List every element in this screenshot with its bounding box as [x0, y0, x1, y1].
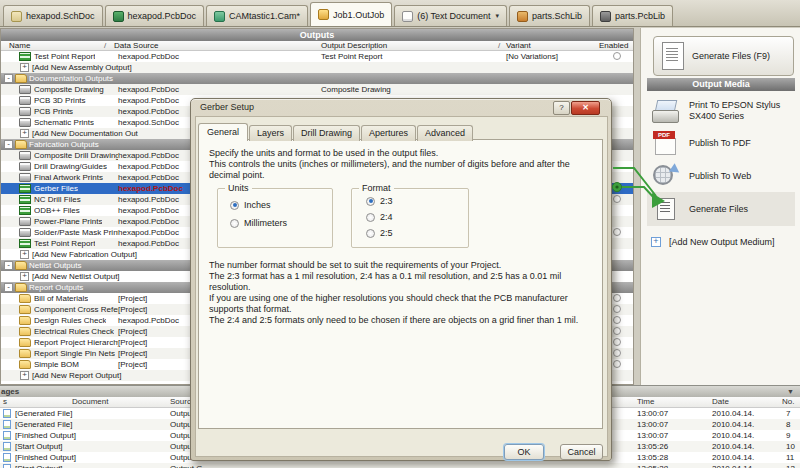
enabled-circle[interactable] [613, 327, 621, 335]
output-row[interactable]: Composite Drawinghexapod.PcbDocComposite… [1, 84, 633, 95]
green-connector [595, 150, 675, 220]
message-no: 8 [786, 419, 790, 430]
radio-option-millimeters[interactable]: Millimeters [230, 218, 287, 228]
col-description[interactable]: Output Description [321, 41, 387, 50]
tab-label: hexapod.PcbDoc [128, 11, 197, 21]
output-name: Report Project Hierarchy [34, 337, 118, 348]
enabled-circle[interactable] [613, 294, 621, 302]
enabled-circle[interactable] [613, 305, 621, 313]
radio-icon[interactable] [366, 229, 375, 238]
col-data-source[interactable]: Data Source [114, 41, 158, 50]
radio-option-2-3[interactable]: 2:3 [366, 196, 393, 206]
expand-icon[interactable]: + [20, 272, 29, 281]
printer-icon [19, 151, 31, 160]
folder-icon [19, 338, 31, 347]
folder-icon [19, 316, 31, 325]
data-source: [Project] [118, 337, 147, 348]
expand-icon[interactable]: + [20, 63, 29, 72]
dialog-tab-advanced[interactable]: Advanced [417, 125, 473, 141]
folder-icon [15, 261, 27, 270]
enabled-circle[interactable] [613, 52, 621, 60]
message-date: 2010.04.14. [712, 430, 754, 441]
radio-icon[interactable] [366, 213, 375, 222]
group-row[interactable]: -Documentation Outputs [1, 73, 633, 84]
message-text: [Finished Output] [15, 430, 76, 441]
tab-hexapod-schdoc[interactable]: hexapod.SchDoc [3, 5, 103, 26]
output-name: Power-Plane Prints [34, 216, 102, 227]
pcblib-icon [600, 11, 611, 22]
tab-hexapod-pcbdoc[interactable]: hexapod.PcbDoc [105, 5, 205, 26]
dialog-titlebar[interactable]: Gerber Setup ? ✕ [191, 99, 611, 116]
dialog-tab-drill-drawing[interactable]: Drill Drawing [293, 125, 360, 141]
col-first[interactable]: s [3, 397, 7, 407]
radio-icon[interactable] [230, 219, 239, 228]
radio-option-inches[interactable]: Inches [230, 200, 271, 210]
tab-parts-schlib[interactable]: parts.SchLib [509, 5, 590, 26]
tab-6-text-document[interactable]: (6) Text Document▾ [394, 5, 507, 26]
folder-icon [19, 349, 31, 358]
message-row[interactable]: [Start Output]Output G13:05:282010.04.14… [0, 463, 800, 468]
enabled-circle[interactable] [613, 228, 621, 236]
printer-icon [19, 85, 31, 94]
radio-option-2-5[interactable]: 2:5 [366, 228, 393, 238]
enabled-circle[interactable] [613, 338, 621, 346]
collapse-icon[interactable]: - [4, 261, 13, 270]
col-document[interactable]: Document [72, 397, 108, 407]
expand-icon[interactable]: + [20, 250, 29, 259]
message-date: 2010.04.14. [712, 419, 754, 430]
col-date[interactable]: Date [712, 397, 729, 407]
ok-button[interactable]: OK [504, 444, 544, 460]
tab-camtastic1-cam[interactable]: CAMtastic1.Cam* [206, 5, 308, 26]
col-name[interactable]: Name [9, 41, 30, 50]
enabled-circle[interactable] [613, 360, 621, 368]
col-no[interactable]: No. [782, 397, 794, 407]
folder-icon [19, 327, 31, 336]
intro-line: This controls the units (inches or milli… [209, 159, 603, 181]
close-icon[interactable]: ✕ [571, 101, 600, 115]
output-name: Report Single Pin Nets [34, 348, 115, 359]
output-name: Electrical Rules Check [34, 326, 114, 337]
expand-icon[interactable]: + [20, 129, 29, 138]
cam-icon [214, 11, 225, 22]
tab-job1-outjob[interactable]: Job1.OutJob [310, 2, 392, 26]
folder-icon [19, 305, 31, 314]
output-name: Composite Drill Drawing [34, 150, 118, 161]
dialog-page: Specify the units and format to be used … [198, 139, 603, 429]
collapse-icon[interactable]: - [4, 283, 13, 292]
cancel-button[interactable]: Cancel [560, 444, 603, 460]
folder-icon [19, 294, 31, 303]
output-name: ODB++ Files [34, 205, 80, 216]
col-enabled[interactable]: Enabled [599, 41, 628, 50]
output-row[interactable]: Test Point Reporthexapod.PcbDocTest Poin… [1, 51, 633, 62]
data-source: hexapod.PcbDoc [118, 315, 179, 326]
chevron-down-icon[interactable]: ▼ [787, 386, 794, 397]
add-output-row[interactable]: +[Add New Assembly Output] [1, 62, 633, 73]
radio-icon[interactable] [230, 201, 239, 210]
enabled-circle[interactable] [613, 349, 621, 357]
schdoc-icon [11, 11, 22, 22]
collapse-icon[interactable]: - [4, 140, 13, 149]
report-table-icon [19, 195, 31, 204]
dialog-tab-apertures[interactable]: Apertures [361, 125, 416, 141]
data-source: hexapod.SchDoc [118, 117, 179, 128]
help-button[interactable]: ? [553, 101, 570, 115]
col-variant[interactable]: Variant [506, 41, 531, 50]
radio-label: 2:4 [380, 212, 393, 222]
dialog-tab-general[interactable]: General [198, 123, 248, 141]
enabled-circle[interactable] [613, 316, 621, 324]
message-no: 11 [786, 452, 794, 463]
dialog-tab-layers[interactable]: Layers [249, 125, 292, 141]
output-name: NC Drill Files [34, 194, 81, 205]
radio-option-2-4[interactable]: 2:4 [366, 212, 393, 222]
generate-files-button[interactable]: Generate Files (F9) [653, 36, 794, 76]
tab-parts-pcblib[interactable]: parts.PcbLib [592, 5, 673, 26]
message-date: 2010.04.14. [712, 463, 754, 468]
col-time[interactable]: Time [637, 397, 654, 407]
printer-icon [19, 173, 31, 182]
textdoc-icon [402, 11, 413, 22]
radio-icon[interactable] [366, 197, 375, 206]
media-item-add-new-output-medium[interactable]: +[Add New Output Medium] [647, 232, 795, 252]
collapse-icon[interactable]: - [4, 74, 13, 83]
expand-icon[interactable]: + [20, 371, 29, 380]
media-item-print-to-epson-stylus-sx400-series[interactable]: Print To EPSON Stylus SX400 Series [647, 94, 795, 128]
